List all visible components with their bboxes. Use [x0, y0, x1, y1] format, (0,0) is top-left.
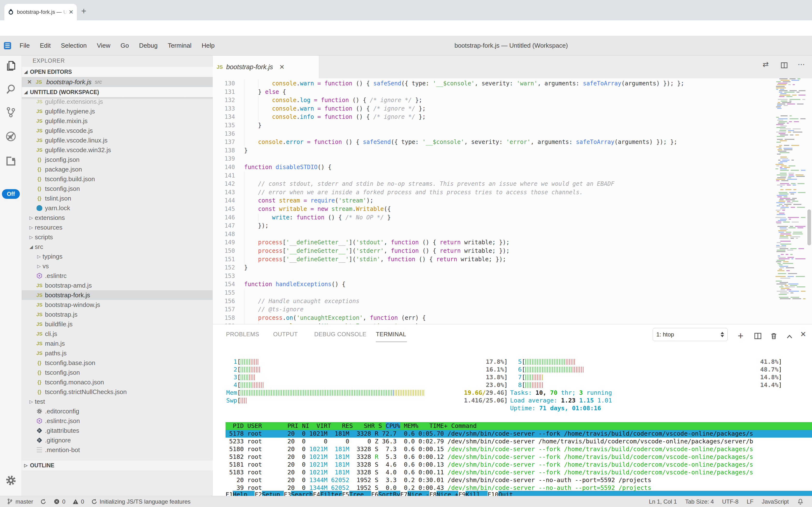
tree-item[interactable]: ▷scripts [22, 232, 213, 242]
close-icon[interactable]: ✕ [279, 63, 285, 71]
editor-scrollbar[interactable] [806, 78, 812, 324]
open-editor-item[interactable]: ✕ JS bootstrap-fork.js src [22, 77, 213, 87]
tree-item[interactable]: {}jsconfig.json [22, 155, 213, 165]
tree-item[interactable]: JSgulpfile.vscode.win32.js [22, 145, 213, 155]
tree-item[interactable]: {}tsconfig.json [22, 184, 213, 193]
fkey-f8[interactable]: F8 [429, 491, 437, 496]
menu-selection[interactable]: Selection [56, 42, 92, 49]
warnings-item[interactable]: 0 [72, 498, 84, 505]
htop-process-row[interactable]: 20 root 20 0 1344M 62052 1952 S 3.3 0.2 … [226, 476, 812, 484]
close-icon[interactable]: ✕ [27, 78, 32, 86]
tree-item[interactable]: JSgulpfile.vscode.linux.js [22, 135, 213, 145]
fkey-f9[interactable]: F9 [458, 491, 465, 496]
tree-item[interactable]: .gitattributes [22, 426, 213, 435]
eol[interactable]: LF [747, 498, 753, 505]
tree-item[interactable]: JSbootstrap.js [22, 309, 213, 319]
tab-terminal[interactable]: TERMINAL [376, 331, 406, 338]
tree-item[interactable]: {}tsconfig.build.json [22, 174, 213, 184]
htop-process-row[interactable]: 5183 root 20 0 1021M 181M 3328 S 4.0 0.6… [226, 468, 812, 476]
extensions-icon[interactable] [5, 155, 17, 167]
cursor-position[interactable]: Ln 1, Col 1 [649, 498, 677, 505]
tree-item[interactable]: JSmain.js [22, 339, 213, 348]
split-terminal-icon[interactable] [754, 332, 762, 340]
new-tab-button[interactable]: + [81, 7, 86, 15]
tree-item[interactable]: .mention-bot [22, 445, 213, 455]
tree-item[interactable]: JSbootstrap-fork.js [22, 290, 213, 300]
tree-item[interactable]: JSpaths.js [22, 348, 213, 358]
tree-item[interactable]: .eslintrc [22, 271, 213, 281]
fkey-f7[interactable]: F7 [400, 491, 408, 496]
tree-item[interactable]: ▷typings [22, 251, 213, 261]
code-editor[interactable]: 130console.warn = function () { safeSend… [213, 78, 812, 324]
tree-item[interactable]: JSgulpfile.mixin.js [22, 116, 213, 126]
notifications-bell-icon[interactable] [797, 498, 804, 505]
explorer-icon[interactable] [5, 60, 17, 72]
menu-terminal[interactable]: Terminal [163, 42, 196, 49]
fkey-f6[interactable]: F6 [371, 491, 378, 496]
more-actions-icon[interactable]: ⋯ [798, 60, 805, 68]
fkey-f3[interactable]: F3 [284, 491, 291, 496]
open-editors-header[interactable]: ◢ OPEN EDITORS [22, 67, 213, 77]
errors-item[interactable]: 0 [53, 498, 65, 505]
debug-disabled-icon[interactable] [5, 131, 17, 142]
workspace-header[interactable]: ◢ UNTITLED (WORKSPACE) [22, 87, 213, 97]
fkey-f1[interactable]: F1 [226, 491, 233, 496]
tree-item[interactable]: ▷vs [22, 261, 213, 271]
menu-edit[interactable]: Edit [35, 42, 56, 49]
git-branch-item[interactable]: master [7, 498, 33, 505]
outline-header[interactable]: ▷ OUTLINE [22, 460, 213, 470]
htop-process-row[interactable]: 5233 root 20 0 0 0 0 Z 36.3 0.0 0:02.79 … [226, 438, 812, 445]
tree-item[interactable]: ▷extensions [22, 213, 213, 223]
htop-process-row[interactable]: 5182 root 20 0 1021M 181M 3328 R 5.3 0.6… [226, 453, 812, 461]
menu-go[interactable]: Go [116, 42, 134, 49]
menu-view[interactable]: View [92, 42, 116, 49]
tree-item[interactable]: {}tsconfig.strictNullChecks.json [22, 387, 213, 397]
fkey-f10[interactable]: F10 [488, 491, 498, 496]
open-changes-icon[interactable]: ⇄ [763, 60, 769, 68]
tab-size[interactable]: Tab Size: 4 [685, 498, 714, 505]
new-terminal-icon[interactable]: + [738, 330, 743, 341]
terminal-select[interactable]: 1: htop [653, 328, 728, 341]
tree-item[interactable]: {}tslint.json [22, 193, 213, 203]
menu-file[interactable]: File [14, 42, 35, 49]
tab-debug-console[interactable]: DEBUG CONSOLE [314, 331, 367, 338]
sync-item[interactable] [40, 498, 47, 505]
tab-problems[interactable]: PROBLEMS [226, 331, 259, 338]
htop-process-row[interactable]: 5180 root 20 0 1021M 181M 3328 S 7.3 0.6… [226, 445, 812, 453]
source-control-icon[interactable] [5, 106, 17, 118]
tree-item[interactable]: ◢src [22, 242, 213, 251]
settings-gear-icon[interactable] [5, 474, 17, 486]
close-panel-icon[interactable]: ✕ [800, 330, 806, 338]
editor-tab[interactable]: JS bootstrap-fork.js ✕ [213, 56, 319, 78]
tree-item[interactable]: JSbootstrap-amd.js [22, 281, 213, 290]
tab-output[interactable]: OUTPUT [273, 331, 298, 338]
maximize-panel-icon[interactable] [786, 333, 793, 341]
tree-item[interactable]: JSbootstrap-window.js [22, 300, 213, 309]
tree-item[interactable]: {}package.json [22, 165, 213, 174]
fkey-f5[interactable]: F5 [342, 491, 349, 496]
language-status-item[interactable]: Initializing JS/TS language features [91, 498, 190, 505]
tree-item[interactable]: .eslintrc.json [22, 416, 213, 426]
tree-item[interactable]: ▷test [22, 397, 213, 406]
tree-item[interactable]: yarn.lock [22, 203, 213, 213]
tree-item[interactable]: JSgulpfile.vscode.js [22, 126, 213, 135]
tree-item[interactable]: {}tsconfig.json [22, 368, 213, 377]
kill-terminal-trash-icon[interactable] [770, 332, 778, 340]
search-icon[interactable] [5, 83, 17, 95]
tree-item[interactable]: {}tsconfig.monaco.json [22, 377, 213, 387]
tree-item[interactable]: JSgulpfile.hygiene.js [22, 106, 213, 116]
telemetry-off-badge[interactable]: Off [2, 189, 20, 199]
browser-tab[interactable]: bootstrap-fork.js — Untitled (W ✕ [4, 4, 77, 20]
tree-item[interactable]: ▷resources [22, 223, 213, 232]
tree-item[interactable]: JSbuildfile.js [22, 319, 213, 329]
tree-item[interactable]: .editorconfig [22, 406, 213, 416]
app-logo-icon[interactable] [4, 42, 11, 49]
scrollbar-thumb[interactable] [807, 210, 811, 245]
tree-item[interactable]: .gitignore [22, 435, 213, 445]
fkey-f4[interactable]: F4 [313, 491, 320, 496]
split-editor-icon[interactable] [780, 61, 788, 69]
fkey-f2[interactable]: F2 [255, 491, 262, 496]
language-mode[interactable]: JavaScript [762, 498, 789, 505]
htop-process-row[interactable]: 5181 root 20 0 1021M 181M 3328 S 4.6 0.6… [226, 461, 812, 468]
tab-close-icon[interactable]: ✕ [69, 9, 73, 15]
